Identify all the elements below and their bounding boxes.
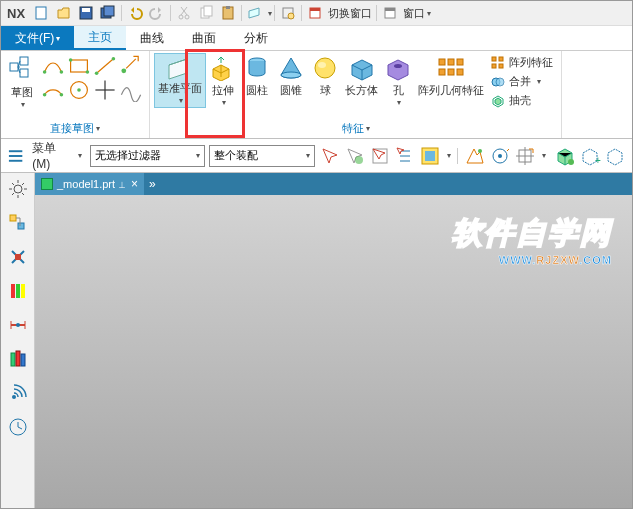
ribbon: 草图 ▾ 直接草图▾ 基准平面 ▾ bbox=[1, 51, 632, 139]
history-icon[interactable] bbox=[8, 417, 28, 437]
cylinder-icon bbox=[243, 55, 271, 81]
tab-surface[interactable]: 曲面 bbox=[178, 26, 230, 50]
arc-icon[interactable] bbox=[41, 79, 65, 101]
svg-rect-40 bbox=[439, 59, 445, 65]
circle-icon[interactable] bbox=[67, 79, 91, 101]
spline-icon[interactable] bbox=[119, 79, 143, 101]
sel-icon-8[interactable] bbox=[514, 145, 536, 167]
plane-icon[interactable] bbox=[246, 4, 264, 22]
pattern-geom-button[interactable]: 阵列几何特征 bbox=[415, 53, 487, 98]
nav-tree-icon[interactable] bbox=[8, 213, 28, 233]
constraint-icon[interactable] bbox=[8, 247, 28, 267]
svg-line-25 bbox=[97, 59, 114, 73]
svg-point-32 bbox=[77, 88, 81, 92]
sphere-button[interactable]: 球 bbox=[308, 53, 342, 98]
shell-button[interactable]: 抽壳 bbox=[491, 93, 553, 108]
sel-icon-4[interactable] bbox=[394, 145, 416, 167]
tab-file[interactable]: 文件(F)▾ bbox=[1, 26, 74, 50]
menu-icon[interactable] bbox=[7, 147, 24, 165]
svg-rect-84 bbox=[11, 353, 15, 366]
cube-green-icon[interactable] bbox=[554, 145, 576, 167]
svg-rect-85 bbox=[16, 351, 20, 366]
titlebar: NX ▾ 切换窗口 窗口▾ bbox=[1, 1, 632, 26]
filter-dropdown[interactable]: 无选择过滤器▾ bbox=[90, 145, 205, 167]
redo-icon[interactable] bbox=[148, 4, 166, 22]
save-all-icon[interactable] bbox=[99, 4, 117, 22]
svg-rect-14 bbox=[310, 8, 320, 11]
svg-rect-4 bbox=[104, 6, 114, 16]
tab-curve[interactable]: 曲线 bbox=[126, 26, 178, 50]
point-icon[interactable] bbox=[93, 79, 117, 101]
undo-icon[interactable] bbox=[126, 4, 144, 22]
sketch-button[interactable]: 草图 ▾ bbox=[5, 53, 39, 109]
close-icon[interactable]: × bbox=[131, 177, 138, 191]
selection-icons-right: + bbox=[554, 145, 626, 167]
open-icon[interactable] bbox=[55, 4, 73, 22]
gear-icon[interactable] bbox=[8, 179, 28, 199]
chevron-down-icon[interactable]: ▾ bbox=[447, 151, 451, 160]
pattern-feature-button[interactable]: 阵列特征 bbox=[491, 55, 553, 70]
chevron-down-icon: ▾ bbox=[179, 96, 183, 105]
profile-icon[interactable] bbox=[41, 55, 65, 77]
touch-icon[interactable] bbox=[279, 4, 297, 22]
watermark-cn: 软件自学网 bbox=[452, 213, 612, 254]
assembly-dropdown[interactable]: 整个装配▾ bbox=[209, 145, 315, 167]
sketch-tools bbox=[39, 53, 145, 103]
copy-icon[interactable] bbox=[197, 4, 215, 22]
sel-icon-3[interactable] bbox=[369, 145, 391, 167]
cone-button[interactable]: 圆锥 bbox=[274, 53, 308, 98]
menu-button[interactable]: 菜单(M)▾ bbox=[28, 138, 86, 173]
svg-line-70 bbox=[12, 183, 14, 185]
combine-button[interactable]: 合并▾ bbox=[491, 74, 553, 89]
color-bar-icon[interactable] bbox=[8, 281, 28, 301]
sel-icon-7[interactable] bbox=[489, 145, 511, 167]
svg-rect-17 bbox=[10, 63, 18, 71]
left-bar bbox=[1, 173, 35, 508]
sel-icon-6[interactable] bbox=[464, 145, 486, 167]
sel-icon-5[interactable] bbox=[419, 145, 441, 167]
datum-plane-button[interactable]: 基准平面 ▾ bbox=[154, 53, 206, 108]
tabstrip-overflow[interactable]: » bbox=[145, 173, 160, 195]
sel-icon-1[interactable] bbox=[319, 145, 341, 167]
extrude-button[interactable]: 拉伸▾ bbox=[206, 53, 240, 107]
svg-point-63 bbox=[568, 159, 574, 165]
measure-icon[interactable] bbox=[8, 315, 28, 335]
svg-rect-44 bbox=[448, 69, 454, 75]
block-button[interactable]: 长方体 bbox=[342, 53, 381, 98]
new-icon[interactable] bbox=[33, 4, 51, 22]
pin-icon[interactable]: ⟂ bbox=[119, 179, 125, 190]
svg-rect-47 bbox=[499, 57, 503, 61]
cube-wire-icon[interactable] bbox=[604, 145, 626, 167]
line-icon[interactable] bbox=[93, 55, 117, 77]
switch-window-label[interactable]: 切换窗口 bbox=[328, 6, 372, 21]
ribbon-group-sketch-label: 直接草图▾ bbox=[5, 120, 145, 138]
cube-wire-plus-icon[interactable]: + bbox=[579, 145, 601, 167]
chevron-down-icon[interactable]: ▾ bbox=[542, 151, 546, 160]
cut-icon[interactable] bbox=[175, 4, 193, 22]
rect-icon[interactable] bbox=[67, 55, 91, 77]
svg-point-36 bbox=[281, 72, 301, 78]
svg-point-23 bbox=[69, 58, 73, 62]
svg-rect-16 bbox=[385, 8, 395, 11]
books-icon[interactable] bbox=[8, 349, 28, 369]
chevron-down-icon[interactable]: ▾ bbox=[268, 9, 272, 18]
tab-home[interactable]: 主页 bbox=[74, 26, 126, 50]
cone-icon bbox=[277, 55, 305, 81]
cylinder-button[interactable]: 圆柱 bbox=[240, 53, 274, 98]
svg-text:+: + bbox=[595, 155, 601, 166]
document-tab[interactable]: _model1.prt ⟂ × bbox=[35, 173, 145, 195]
svg-rect-77 bbox=[11, 284, 15, 298]
more-icon[interactable] bbox=[119, 55, 143, 77]
tab-analysis[interactable]: 分析 bbox=[230, 26, 282, 50]
window-icon[interactable] bbox=[381, 4, 399, 22]
save-icon[interactable] bbox=[77, 4, 95, 22]
paste-icon[interactable] bbox=[219, 4, 237, 22]
svg-rect-74 bbox=[10, 215, 16, 221]
svg-point-61 bbox=[498, 154, 502, 158]
window-label[interactable]: 窗口▾ bbox=[403, 6, 431, 21]
sel-icon-2[interactable] bbox=[344, 145, 366, 167]
signal-icon[interactable] bbox=[8, 383, 28, 403]
graphics-canvas[interactable]: 软件自学网 WWW.RJZXW.COM bbox=[35, 195, 632, 508]
switch-window-icon[interactable] bbox=[306, 4, 324, 22]
hole-button[interactable]: 孔▾ bbox=[381, 53, 415, 107]
